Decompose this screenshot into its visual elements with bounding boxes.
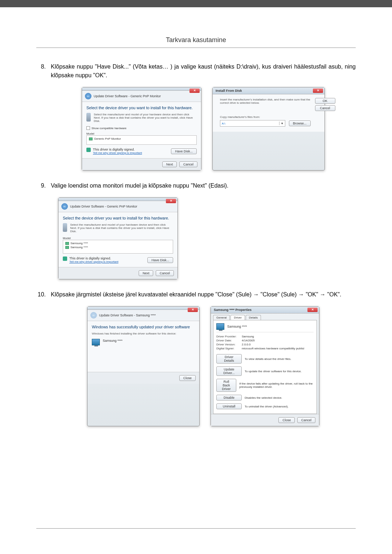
step-9-screenshots: ✕ ← Update Driver Software - Generic PnP… bbox=[58, 197, 356, 279]
compat-checkbox[interactable] bbox=[86, 126, 90, 130]
model-label: Model bbox=[86, 132, 197, 135]
close-icon[interactable]: ✕ bbox=[188, 308, 198, 312]
monitor-icon bbox=[65, 242, 69, 245]
provider-value: Samsung bbox=[242, 335, 254, 338]
step-text: Klõpsake järgmistel üksteise järel kuvat… bbox=[51, 290, 356, 299]
device-name: Samsung **** bbox=[227, 325, 247, 328]
model-list[interactable]: Generic PnP Monitor bbox=[86, 135, 197, 145]
disk-icon bbox=[63, 223, 67, 232]
list-item-label: Samsung **** bbox=[70, 246, 88, 249]
window-titlebar: Install From Disk ✕ bbox=[213, 87, 324, 94]
cancel-button[interactable]: Cancel bbox=[315, 105, 335, 111]
have-disk-button[interactable]: Have Disk... bbox=[147, 257, 173, 263]
list-item-label: Generic PnP Monitor bbox=[94, 137, 121, 140]
disable-button[interactable]: Disable bbox=[216, 395, 242, 401]
page-title: Tarkvara kasutamine bbox=[36, 36, 356, 44]
drive-combobox[interactable]: A:\ ▾ bbox=[220, 120, 285, 127]
cancel-button[interactable]: Cancel bbox=[156, 270, 174, 276]
list-item-label: Samsung **** bbox=[70, 242, 88, 245]
nav-bar: ← Update Driver Software - Generic PnP M… bbox=[58, 201, 177, 212]
uninstall-text: To uninstall the driver (Advanced). bbox=[245, 405, 289, 408]
version-value: 2.0.0.0 bbox=[242, 343, 250, 346]
success-subtext: Windows has finished installing the driv… bbox=[92, 332, 195, 335]
step-8-screenshots: ✕ ← Update Driver Software - Generic PnP… bbox=[51, 87, 356, 171]
close-icon[interactable]: ✕ bbox=[313, 89, 323, 93]
chevron-down-icon[interactable]: ▾ bbox=[279, 122, 285, 125]
driver-details-button[interactable]: Driver Details bbox=[216, 354, 242, 364]
step-number: 8. bbox=[36, 62, 51, 80]
rollback-button[interactable]: Roll Back Driver bbox=[216, 379, 236, 392]
signing-link[interactable]: Tell me why driver signing is important bbox=[69, 260, 118, 263]
step-8: 8. Klõpsake nuppu "Have Disk..." (Võta k… bbox=[36, 62, 356, 80]
model-label: Model bbox=[63, 237, 173, 240]
update-driver-dialog: ✕ ← Update Driver Software - Generic PnP… bbox=[82, 87, 201, 171]
signer-value: microsoft windows hardware compatibility… bbox=[242, 347, 304, 350]
cancel-button[interactable]: Cancel bbox=[297, 417, 315, 423]
nav-bar: ← Update Driver Software - Samsung **** bbox=[87, 310, 199, 321]
rollback-text: If the device fails after updating the d… bbox=[239, 382, 314, 389]
back-icon: ← bbox=[90, 312, 97, 319]
signed-text: This driver is digitally signed. bbox=[93, 148, 142, 151]
close-icon[interactable]: ✕ bbox=[307, 308, 318, 312]
update-driver-button[interactable]: Update Driver... bbox=[216, 366, 242, 376]
disk-message: Insert the manufacturer's installation d… bbox=[220, 98, 311, 104]
breadcrumb: Update Driver Software - Generic PnP Mon… bbox=[70, 205, 137, 208]
window-titlebar: Samsung **** Properties ✕ bbox=[211, 307, 319, 313]
signing-link[interactable]: Tell me why driver signing is important bbox=[93, 151, 142, 155]
driver-details-text: To view details about the driver files. bbox=[245, 357, 291, 361]
step-number: 9. bbox=[36, 181, 51, 190]
version-key: Driver Version: bbox=[216, 343, 242, 346]
shield-icon bbox=[63, 257, 67, 261]
step-10: 10. Klõpsake järgmistel üksteise järel k… bbox=[36, 290, 356, 299]
step-9: 9. Valige loendist oma monitori mudel ja… bbox=[36, 181, 356, 190]
instruction-text: Select the manufacturer and model of you… bbox=[94, 113, 197, 123]
step-text: Valige loendist oma monitori mudel ja kl… bbox=[51, 181, 356, 190]
step-text: Klõpsake nuppu "Have Disk..." (Võta keta… bbox=[51, 62, 356, 80]
window-titlebar: ✕ bbox=[58, 198, 177, 201]
close-icon[interactable]: ✕ bbox=[189, 89, 200, 93]
close-button[interactable]: Close bbox=[278, 417, 295, 423]
properties-dialog: Samsung **** Properties ✕ General Driver… bbox=[211, 306, 319, 426]
nav-bar: ← Update Driver Software - Generic PnP M… bbox=[82, 91, 201, 102]
model-list[interactable]: Samsung **** Samsung **** bbox=[63, 240, 173, 254]
back-icon[interactable]: ← bbox=[85, 93, 91, 99]
dialog-heading: Select the device driver you want to ins… bbox=[63, 216, 173, 220]
breadcrumb: Update Driver Software - Generic PnP Mon… bbox=[94, 94, 161, 98]
step-10-screenshots: ✕ ← Update Driver Software - Samsung ***… bbox=[51, 306, 356, 426]
tab-driver[interactable]: Driver bbox=[230, 315, 245, 320]
browse-button[interactable]: Browse... bbox=[289, 120, 311, 126]
list-item[interactable]: Samsung **** bbox=[65, 245, 171, 249]
provider-key: Driver Provider: bbox=[216, 335, 242, 338]
close-button[interactable]: Close bbox=[179, 375, 196, 381]
title-text: Install From Disk bbox=[216, 89, 242, 93]
date-key: Driver Date: bbox=[216, 339, 242, 342]
next-button[interactable]: Next bbox=[162, 161, 177, 167]
window-titlebar: ✕ bbox=[82, 87, 201, 91]
next-button[interactable]: Next bbox=[139, 270, 154, 276]
compat-label: Show compatible hardware bbox=[91, 127, 127, 130]
device-name: Samsung **** bbox=[103, 339, 123, 342]
tab-details[interactable]: Details bbox=[246, 315, 261, 320]
back-icon[interactable]: ← bbox=[61, 203, 68, 210]
window-titlebar: ✕ bbox=[87, 307, 199, 310]
breadcrumb: Update Driver Software - Samsung **** bbox=[99, 313, 156, 317]
list-item[interactable]: Generic PnP Monitor bbox=[89, 137, 194, 141]
have-disk-button[interactable]: Have Disk... bbox=[171, 148, 197, 154]
signer-key: Digital Signer: bbox=[216, 347, 242, 350]
tab-general[interactable]: General bbox=[213, 315, 230, 320]
cancel-button[interactable]: Cancel bbox=[179, 161, 197, 167]
shield-icon bbox=[86, 148, 91, 152]
list-item[interactable]: Samsung **** bbox=[65, 241, 171, 245]
date-value: 4/14/2005 bbox=[242, 339, 255, 342]
document-page: Tarkvara kasutamine 8. Klõpsake nuppu "H… bbox=[0, 7, 392, 554]
ok-button[interactable]: OK bbox=[315, 98, 335, 104]
uninstall-button[interactable]: Uninstall bbox=[216, 403, 242, 409]
signed-text: This driver is digitally signed. bbox=[69, 257, 118, 260]
monitor-icon bbox=[65, 246, 69, 249]
disk-icon bbox=[86, 113, 91, 122]
install-from-disk-dialog: Install From Disk ✕ Insert the manufactu… bbox=[212, 87, 325, 171]
copy-from-label: Copy manufacturer's files from: bbox=[220, 115, 311, 119]
close-icon[interactable]: ✕ bbox=[166, 199, 176, 203]
divider bbox=[36, 48, 356, 48]
step-number: 10. bbox=[36, 290, 51, 299]
